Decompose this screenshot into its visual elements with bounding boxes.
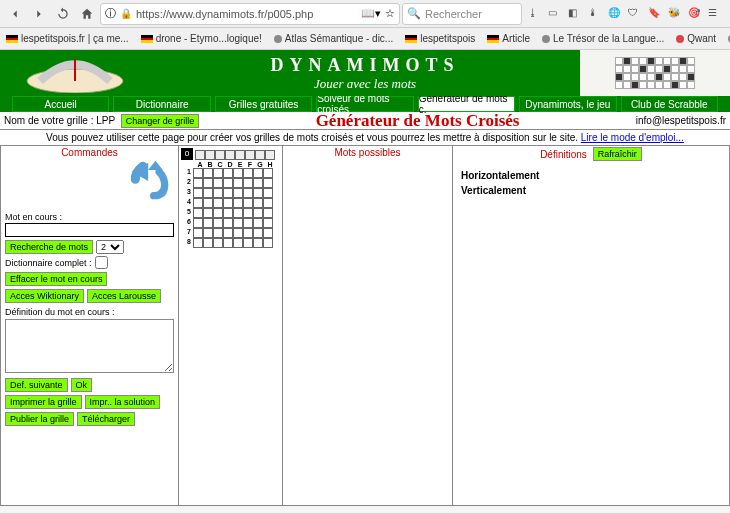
- grid-cell[interactable]: [203, 238, 213, 248]
- grid-cell[interactable]: [243, 218, 253, 228]
- grid-cell[interactable]: [193, 178, 203, 188]
- grid-cell[interactable]: [203, 228, 213, 238]
- ok-button[interactable]: Ok: [71, 378, 93, 392]
- bookmark-item[interactable]: lespetitspois: [405, 33, 475, 44]
- grid-cell[interactable]: [243, 208, 253, 218]
- grid-cell[interactable]: [213, 218, 223, 228]
- size-select[interactable]: 2: [96, 240, 124, 254]
- grid-cell[interactable]: [243, 188, 253, 198]
- site-info-icon[interactable]: ⓘ: [105, 6, 116, 21]
- grid-cell[interactable]: [253, 208, 263, 218]
- grid-cell[interactable]: [223, 218, 233, 228]
- grid-cell[interactable]: [263, 228, 273, 238]
- grid-cell[interactable]: [203, 218, 213, 228]
- star-bookmark[interactable]: ☆: [385, 7, 395, 20]
- grid-cell[interactable]: [203, 198, 213, 208]
- erase-word-button[interactable]: Effacer le mot en cours: [5, 272, 107, 286]
- intro-link[interactable]: Lire le mode d'emploi...: [581, 132, 684, 143]
- grid-cell[interactable]: [253, 198, 263, 208]
- grid-cell[interactable]: [243, 168, 253, 178]
- browser-search[interactable]: 🔍 Rechercher: [402, 3, 522, 25]
- grid-cell[interactable]: [253, 218, 263, 228]
- grid-cell[interactable]: [263, 218, 273, 228]
- ext-icon-5[interactable]: 🐝: [668, 7, 682, 21]
- grid-mode-indicator[interactable]: 0: [181, 148, 193, 160]
- grid-cell[interactable]: [253, 188, 263, 198]
- bookmark-item[interactable]: Article: [487, 33, 530, 44]
- grid-cell[interactable]: [193, 228, 203, 238]
- word-input[interactable]: [5, 223, 174, 237]
- grid-cell[interactable]: [263, 238, 273, 248]
- grid-cell[interactable]: [253, 238, 263, 248]
- grid-cell[interactable]: [213, 168, 223, 178]
- change-grid-button[interactable]: Changer de grille: [121, 114, 200, 128]
- print-solution-button[interactable]: Impr.. la solution: [85, 395, 161, 409]
- larousse-button[interactable]: Acces Larousse: [87, 289, 161, 303]
- def-next-button[interactable]: Def. suivante: [5, 378, 68, 392]
- grid-cell[interactable]: [203, 188, 213, 198]
- grid-cell[interactable]: [213, 188, 223, 198]
- ext-icon-1[interactable]: 🌡: [588, 7, 602, 21]
- grid-cell[interactable]: [213, 198, 223, 208]
- grid-cell[interactable]: [243, 178, 253, 188]
- grid-cell[interactable]: [203, 168, 213, 178]
- refresh-button[interactable]: Rafraîchir: [593, 147, 642, 161]
- undo-arrow-icon[interactable]: [128, 159, 172, 205]
- grid-cell[interactable]: [233, 228, 243, 238]
- grid-cell[interactable]: [263, 208, 273, 218]
- contact-email[interactable]: info@lespetitspois.fr: [636, 115, 726, 126]
- print-grid-button[interactable]: Imprimer la grille: [5, 395, 82, 409]
- grid-cell[interactable]: [223, 198, 233, 208]
- dict-complete-checkbox[interactable]: [95, 256, 108, 269]
- menu-dictionnaire[interactable]: Dictionnaire: [113, 96, 210, 112]
- grid-cell[interactable]: [263, 168, 273, 178]
- home-button[interactable]: [76, 3, 98, 25]
- grid-cell[interactable]: [193, 208, 203, 218]
- grid-cell[interactable]: [213, 238, 223, 248]
- bookmark-item[interactable]: Atlas Sémantique - dic...: [274, 33, 393, 44]
- menu-accueil[interactable]: Accueil: [12, 96, 109, 112]
- sidebar-icon[interactable]: ◧: [568, 7, 582, 21]
- grid-cell[interactable]: [233, 188, 243, 198]
- grid-cell[interactable]: [223, 238, 233, 248]
- grid-cell[interactable]: [243, 198, 253, 208]
- grid-cell[interactable]: [213, 178, 223, 188]
- grid-cell[interactable]: [223, 228, 233, 238]
- download-button[interactable]: Télécharger: [77, 412, 135, 426]
- grid-cell[interactable]: [253, 168, 263, 178]
- grid-cell[interactable]: [223, 208, 233, 218]
- ext-icon-2[interactable]: 🌐: [608, 7, 622, 21]
- grid-cell[interactable]: [243, 238, 253, 248]
- grid-cell[interactable]: [223, 188, 233, 198]
- grid-cell[interactable]: [233, 238, 243, 248]
- url-bar[interactable]: ⓘ 🔒 https://www.dynamimots.fr/p005.php 📖…: [100, 3, 400, 25]
- grid-cell[interactable]: [193, 238, 203, 248]
- grid-cell[interactable]: [193, 188, 203, 198]
- grid-cell[interactable]: [233, 208, 243, 218]
- grid-cell[interactable]: [203, 178, 213, 188]
- grid-cell[interactable]: [263, 178, 273, 188]
- bookmark-item[interactable]: drone - Etymo...logique!: [141, 33, 262, 44]
- grid-cell[interactable]: [243, 228, 253, 238]
- definition-textarea[interactable]: [5, 319, 174, 373]
- ext-icon-3[interactable]: 🛡: [628, 7, 642, 21]
- forward-button[interactable]: [28, 3, 50, 25]
- grid-cell[interactable]: [233, 218, 243, 228]
- grid-cell[interactable]: [213, 228, 223, 238]
- ext-icon-6[interactable]: 🎯: [688, 7, 702, 21]
- grid-cell[interactable]: [213, 208, 223, 218]
- reload-button[interactable]: [52, 3, 74, 25]
- grid-cell[interactable]: [193, 198, 203, 208]
- grid-cell[interactable]: [193, 168, 203, 178]
- grid-cell[interactable]: [223, 168, 233, 178]
- bookmark-item[interactable]: lespetitspois.fr | ça me...: [6, 33, 129, 44]
- grid-cell[interactable]: [263, 188, 273, 198]
- bookmark-item[interactable]: Qwant: [676, 33, 716, 44]
- grid-cell[interactable]: [253, 228, 263, 238]
- bookmark-item[interactable]: Le Trésor de la Langue...: [542, 33, 664, 44]
- grid-cell[interactable]: [233, 168, 243, 178]
- wiktionary-button[interactable]: Acces Wiktionary: [5, 289, 84, 303]
- menu-icon[interactable]: ☰: [708, 7, 722, 21]
- grid-cell[interactable]: [233, 198, 243, 208]
- downloads-icon[interactable]: ⭳: [528, 7, 542, 21]
